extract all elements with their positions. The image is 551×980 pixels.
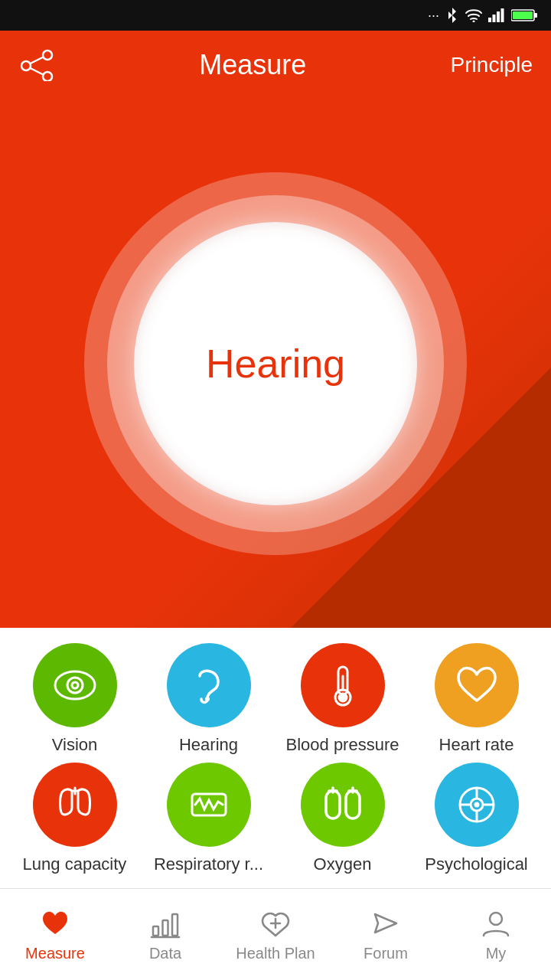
ring-inner: Hearing bbox=[134, 222, 417, 505]
lung-capacity-icon bbox=[51, 780, 99, 829]
measure-nav-icon bbox=[38, 906, 72, 940]
svg-point-13 bbox=[55, 671, 95, 699]
vision-circle bbox=[33, 643, 117, 727]
vision-label: Vision bbox=[52, 735, 98, 755]
svg-point-16 bbox=[205, 697, 210, 701]
svg-rect-2 bbox=[493, 15, 496, 22]
vision-item[interactable]: Vision bbox=[14, 643, 136, 755]
nav-forum-label: Forum bbox=[364, 945, 408, 962]
svg-rect-3 bbox=[497, 11, 500, 22]
svg-rect-38 bbox=[163, 920, 168, 936]
ring-middle: Hearing bbox=[107, 195, 444, 532]
respiratory-label: Respiratory r... bbox=[154, 854, 263, 874]
blood-pressure-label: Blood pressure bbox=[286, 735, 399, 755]
svg-point-19 bbox=[339, 694, 347, 701]
header: Measure Principle bbox=[0, 31, 551, 100]
svg-rect-7 bbox=[513, 11, 533, 19]
grid-row-2: Lung capacity Respiratory r... bbox=[8, 763, 543, 874]
svg-point-43 bbox=[490, 913, 502, 925]
heart-rate-label: Heart rate bbox=[439, 735, 514, 755]
nav-forum[interactable]: Forum bbox=[332, 906, 439, 962]
svg-rect-6 bbox=[534, 13, 537, 18]
svg-rect-25 bbox=[346, 791, 360, 818]
hero-label: Hearing bbox=[206, 341, 345, 387]
health-plan-nav-icon bbox=[259, 906, 292, 940]
bluetooth-icon bbox=[445, 7, 459, 24]
psychological-icon bbox=[452, 780, 501, 829]
nav-health-plan[interactable]: Health Plan bbox=[222, 906, 329, 962]
svg-point-9 bbox=[43, 51, 52, 60]
heart-rate-circle bbox=[435, 643, 519, 727]
status-dots: ··· bbox=[428, 8, 439, 24]
signal-icon bbox=[488, 8, 505, 22]
svg-point-14 bbox=[67, 678, 83, 693]
hero-area[interactable]: Hearing bbox=[0, 100, 551, 628]
svg-line-12 bbox=[31, 68, 44, 75]
svg-point-8 bbox=[21, 61, 31, 70]
vision-icon bbox=[51, 661, 99, 710]
nav-data-label: Data bbox=[149, 945, 181, 962]
lung-capacity-circle bbox=[33, 763, 117, 847]
battery-icon bbox=[511, 8, 539, 22]
svg-rect-39 bbox=[172, 914, 178, 936]
respiratory-item[interactable]: Respiratory r... bbox=[148, 763, 270, 874]
forum-nav-icon bbox=[369, 906, 403, 940]
svg-rect-1 bbox=[488, 18, 491, 22]
oxygen-circle bbox=[301, 763, 385, 847]
hearing-item[interactable]: Hearing bbox=[148, 643, 270, 755]
respiratory-circle bbox=[167, 763, 251, 847]
grid-row-1: Vision Hearing Bl bbox=[8, 643, 543, 755]
blood-pressure-circle bbox=[301, 643, 385, 727]
svg-rect-37 bbox=[153, 926, 158, 936]
nav-my-label: My bbox=[486, 945, 507, 962]
blood-pressure-item[interactable]: Blood pressure bbox=[282, 643, 404, 755]
oxygen-label: Oxygen bbox=[314, 854, 372, 874]
principle-button[interactable]: Principle bbox=[451, 53, 533, 77]
heart-rate-icon bbox=[452, 661, 501, 710]
hearing-label: Hearing bbox=[179, 735, 238, 755]
hearing-circle bbox=[167, 643, 251, 727]
nav-measure[interactable]: Measure bbox=[2, 906, 109, 962]
oxygen-item[interactable]: Oxygen bbox=[282, 763, 404, 874]
nav-measure-label: Measure bbox=[25, 945, 85, 962]
heart-rate-item[interactable]: Heart rate bbox=[416, 643, 538, 755]
nav-data[interactable]: Data bbox=[112, 906, 219, 962]
psychological-circle bbox=[435, 763, 519, 847]
psychological-item[interactable]: Psychological bbox=[416, 763, 538, 874]
measure-grid: Vision Hearing Bl bbox=[0, 628, 551, 890]
share-icon[interactable] bbox=[18, 49, 55, 81]
svg-point-32 bbox=[475, 803, 478, 806]
svg-point-10 bbox=[43, 72, 52, 81]
hearing-icon bbox=[184, 661, 233, 710]
status-bar: ··· bbox=[0, 0, 551, 31]
svg-rect-4 bbox=[501, 8, 504, 22]
svg-rect-24 bbox=[326, 791, 340, 818]
data-nav-icon bbox=[148, 906, 182, 940]
svg-point-15 bbox=[72, 682, 78, 688]
svg-line-11 bbox=[31, 57, 44, 64]
oxygen-icon bbox=[318, 780, 367, 829]
nav-health-plan-label: Health Plan bbox=[236, 945, 315, 962]
svg-point-0 bbox=[473, 21, 475, 23]
psychological-label: Psychological bbox=[425, 854, 528, 874]
page-title: Measure bbox=[199, 49, 306, 81]
lung-capacity-label: Lung capacity bbox=[23, 854, 127, 874]
respiratory-icon bbox=[184, 780, 233, 829]
wifi-icon bbox=[465, 8, 482, 22]
my-nav-icon bbox=[479, 906, 513, 940]
bottom-nav: Measure Data Health Plan bbox=[0, 888, 551, 980]
ring-outer: Hearing bbox=[84, 172, 467, 555]
lung-capacity-item[interactable]: Lung capacity bbox=[14, 763, 136, 874]
blood-pressure-icon bbox=[318, 661, 367, 710]
nav-my[interactable]: My bbox=[442, 906, 549, 962]
